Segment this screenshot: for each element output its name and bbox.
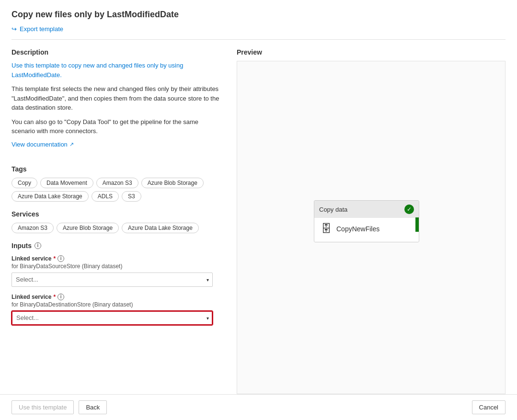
- view-documentation-link[interactable]: View documentation ↗: [11, 141, 74, 148]
- export-template-text: Export template: [20, 25, 63, 33]
- linked-service-source-sublabel: for BinaryDataSourceStore (Binary datase…: [11, 263, 222, 270]
- inputs-heading: Inputs i: [11, 242, 222, 250]
- description-para3: You can also go to "Copy Data Tool" to g…: [11, 117, 222, 136]
- linked-service-source-select[interactable]: Select...: [11, 272, 213, 287]
- green-status-bar: [415, 217, 419, 232]
- header-divider: [11, 39, 506, 40]
- services-container: Amazon S3 Azure Blob Storage Azure Data …: [11, 223, 222, 233]
- inputs-label: Inputs: [11, 242, 32, 250]
- linked-service-source-field: Linked service * i for BinaryDataSourceS…: [11, 255, 222, 287]
- tag-adls: ADLS: [92, 191, 119, 202]
- description-para1: Use this template to copy new and change…: [11, 61, 222, 79]
- inputs-info-icon: i: [34, 242, 41, 249]
- inputs-section: Inputs i Linked service * i for BinaryDa…: [11, 242, 222, 325]
- required-star-1: *: [53, 255, 56, 262]
- preview-heading: Preview: [237, 48, 506, 56]
- export-arrow-icon: ↪: [11, 25, 17, 33]
- tag-data-movement: Data Movement: [40, 178, 93, 188]
- use-template-button[interactable]: Use this template: [11, 400, 74, 414]
- field2-info-icon: i: [57, 294, 64, 300]
- service-azure-blob-storage: Azure Blob Storage: [57, 223, 119, 233]
- database-icon: 🗄: [321, 223, 332, 235]
- services-section: Services Amazon S3 Azure Blob Storage Az…: [11, 210, 222, 233]
- linked-service-dest-label: Linked service * i: [11, 294, 222, 300]
- external-link-icon: ↗: [69, 141, 74, 148]
- footer: Use this template Back Cancel: [0, 394, 517, 420]
- required-star-2: *: [53, 294, 56, 300]
- tag-s3: S3: [122, 191, 141, 202]
- linked-service-dest-field: Linked service * i for BinaryDataDestina…: [11, 294, 222, 325]
- export-template-link[interactable]: ↪ Use this template Export template: [11, 25, 506, 33]
- field1-info-icon: i: [57, 255, 64, 262]
- copy-data-body: 🗄 CopyNewFiles: [314, 218, 419, 242]
- description-heading: Description: [11, 48, 222, 56]
- view-doc-label: View documentation: [11, 141, 68, 148]
- check-icon: [404, 204, 414, 214]
- page-title: Copy new files only by LastModifiedDate: [11, 10, 506, 20]
- tags-container: Copy Data Movement Amazon S3 Azure Blob …: [11, 178, 222, 202]
- description-para2: This template first selects the new and …: [11, 84, 222, 113]
- tag-azure-blob-storage: Azure Blob Storage: [141, 178, 204, 188]
- copy-new-files-label: CopyNewFiles: [336, 225, 379, 233]
- linked-service-dest-sublabel: for BinaryDataDestinationStore (Binary d…: [11, 301, 222, 308]
- copy-data-header: Copy data: [314, 201, 419, 218]
- preview-box: Copy data 🗄 CopyNewFiles: [237, 61, 506, 394]
- service-azure-data-lake-storage: Azure Data Lake Storage: [122, 223, 199, 233]
- description-section: Description Use this template to copy ne…: [11, 48, 222, 157]
- tags-heading: Tags: [11, 165, 222, 173]
- tag-copy: Copy: [11, 178, 37, 188]
- tag-azure-data-lake-storage: Azure Data Lake Storage: [11, 191, 89, 202]
- copy-data-title: Copy data: [319, 206, 347, 213]
- tag-amazon-s3: Amazon S3: [96, 178, 138, 188]
- linked-service-source-label: Linked service * i: [11, 255, 222, 262]
- linked-service-dest-wrapper: Select... ▾: [11, 311, 213, 325]
- cancel-button[interactable]: Cancel: [472, 400, 506, 414]
- services-heading: Services: [11, 210, 222, 218]
- copy-data-card: Copy data 🗄 CopyNewFiles: [314, 200, 419, 242]
- back-button[interactable]: Back: [79, 400, 107, 414]
- linked-service-source-wrapper: Select... ▾: [11, 272, 213, 287]
- footer-left-buttons: Use this template Back: [11, 400, 107, 414]
- linked-service-dest-select[interactable]: Select...: [11, 311, 213, 325]
- service-amazon-s3: Amazon S3: [11, 223, 54, 233]
- tags-section: Tags Copy Data Movement Amazon S3 Azure …: [11, 165, 222, 202]
